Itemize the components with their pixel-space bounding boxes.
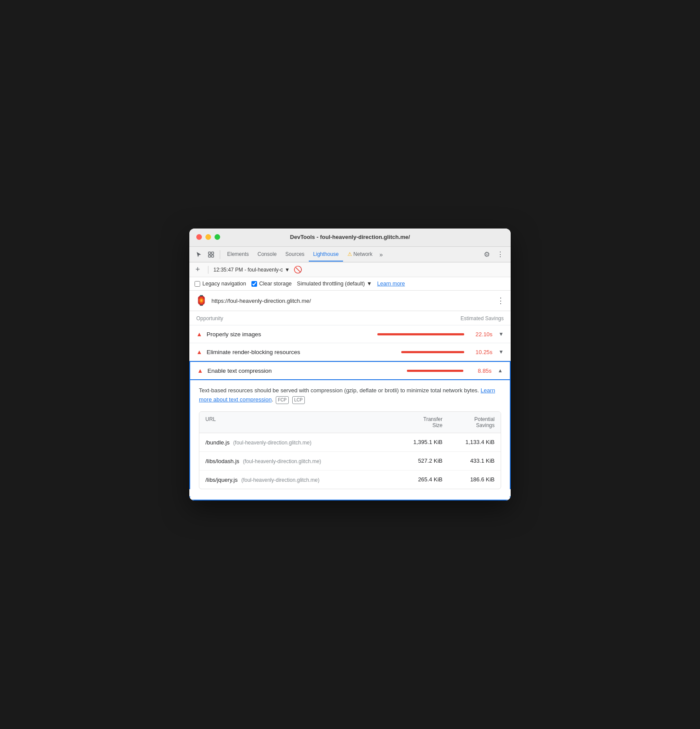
- tab-network[interactable]: ⚠Network: [343, 248, 377, 262]
- inspect-icon[interactable]: [205, 248, 217, 262]
- audit-title-2: Eliminate render-blocking resources: [207, 349, 397, 355]
- legacy-nav-input[interactable]: [195, 281, 200, 287]
- throttle-select[interactable]: Simulated throttling (default) ▼: [297, 281, 372, 287]
- devtools-window: DevTools - foul-heavenly-direction.glitc…: [189, 229, 511, 500]
- clear-storage-checkbox[interactable]: Clear storage: [251, 281, 292, 287]
- main-content: Opportunity Estimated Savings ▲ Properly…: [189, 311, 511, 500]
- warning-triangle-icon-2: ▲: [196, 348, 202, 355]
- audit-time-3: 8.85s: [468, 368, 492, 374]
- url-bar: 🏮 https://foul-heavenly-direction.glitch…: [189, 291, 511, 311]
- row-savings-2: 433.1 KiB: [442, 457, 495, 464]
- tab-console[interactable]: Console: [253, 248, 281, 262]
- table-row: /bundle.js (foul-heavenly-direction.glit…: [199, 433, 501, 452]
- fcp-badge: FCP: [276, 396, 289, 404]
- audit-title-3: Enable text compression: [208, 368, 403, 374]
- audit-bar-container-3: [407, 370, 463, 372]
- url-more-button[interactable]: ⋮: [497, 296, 505, 305]
- warning-triangle-icon: ▲: [196, 331, 202, 338]
- minimize-button[interactable]: [205, 234, 211, 240]
- audit-title-1: Properly size images: [207, 331, 373, 338]
- table-row: /libs/lodash.js (foul-heavenly-direction…: [199, 452, 501, 471]
- expanded-description: Text-based resources should be served wi…: [199, 386, 501, 404]
- url-display: https://foul-heavenly-direction.glitch.m…: [211, 298, 492, 304]
- row-savings-1: 1,133.4 KiB: [442, 439, 495, 445]
- chevron-down-icon-2: ▼: [499, 349, 504, 355]
- row-transfer-size-2: 527.2 KiB: [395, 457, 442, 464]
- audit-bar-3: [407, 370, 463, 372]
- tab-elements[interactable]: Elements: [223, 248, 253, 262]
- svg-rect-0: [208, 252, 211, 254]
- audit-row-properly-size-images[interactable]: ▲ Properly size images 22.10s ▼: [189, 325, 511, 343]
- expanded-bottom-border: [189, 496, 511, 500]
- audit-row-eliminate-render-blocking[interactable]: ▲ Eliminate render-blocking resources 10…: [189, 343, 511, 361]
- settings-button[interactable]: ⚙: [480, 247, 493, 262]
- row-url-1: /bundle.js (foul-heavenly-direction.glit…: [205, 438, 395, 446]
- options-bar: Legacy navigation Clear storage Simulate…: [189, 277, 511, 291]
- audit-bar-2: [401, 351, 464, 353]
- row-url-2: /libs/lodash.js (foul-heavenly-direction…: [205, 457, 395, 465]
- expanded-content: Text-based resources should be served wi…: [189, 380, 511, 489]
- table-row: /libs/jquery.js (foul-heavenly-direction…: [199, 471, 501, 489]
- legacy-nav-checkbox[interactable]: Legacy navigation: [195, 281, 246, 287]
- row-savings-3: 186.6 KiB: [442, 476, 495, 483]
- row-transfer-size-1: 1,395.1 KiB: [395, 439, 442, 445]
- opportunity-header: Opportunity Estimated Savings: [189, 311, 511, 325]
- tab-divider: [220, 250, 220, 259]
- svg-rect-1: [211, 252, 214, 254]
- window-title: DevTools - foul-heavenly-direction.glitc…: [290, 234, 410, 240]
- lighthouse-icon: 🏮: [195, 295, 207, 306]
- more-options-button[interactable]: ⋮: [493, 247, 507, 262]
- svg-rect-3: [211, 255, 214, 257]
- tab-sources[interactable]: Sources: [281, 248, 309, 262]
- cursor-icon[interactable]: [193, 248, 205, 262]
- svg-rect-2: [208, 255, 211, 257]
- opportunity-label: Opportunity: [196, 315, 223, 321]
- warning-triangle-icon-3: ▲: [197, 367, 203, 374]
- lcp-badge: LCP: [292, 396, 305, 404]
- title-bar: DevTools - foul-heavenly-direction.glitc…: [189, 229, 511, 247]
- audit-row-enable-text-compression[interactable]: ▲ Enable text compression 8.85s ▲: [189, 361, 511, 380]
- audit-bar-container-2: [401, 351, 464, 353]
- tab-lighthouse[interactable]: Lighthouse: [309, 248, 343, 262]
- col-header-url: URL: [205, 416, 395, 428]
- audit-bar-1: [377, 333, 464, 335]
- add-recording-button[interactable]: +: [193, 264, 203, 275]
- no-entry-icon[interactable]: 🚫: [294, 265, 302, 274]
- recording-select[interactable]: 12:35:47 PM - foul-heavenly-c ▼: [214, 267, 290, 273]
- clear-storage-input[interactable]: [251, 281, 257, 287]
- devtools-tabs: Elements Console Sources Lighthouse ⚠Net…: [189, 247, 511, 262]
- secondary-toolbar: + 12:35:47 PM - foul-heavenly-c ▼ 🚫: [189, 262, 511, 277]
- col-header-transfer-size: TransferSize: [395, 416, 442, 428]
- audit-time-1: 22.10s: [469, 331, 492, 338]
- more-tabs-button[interactable]: »: [377, 248, 386, 262]
- chevron-up-icon-3: ▲: [498, 368, 503, 374]
- audit-time-2: 10.25s: [469, 349, 492, 355]
- estimated-savings-label: Estimated Savings: [461, 315, 504, 321]
- audit-bar-container-1: [377, 333, 464, 335]
- table-header: URL TransferSize PotentialSavings: [199, 412, 501, 433]
- row-transfer-size-3: 265.4 KiB: [395, 476, 442, 483]
- row-url-3: /libs/jquery.js (foul-heavenly-direction…: [205, 476, 395, 484]
- warning-icon: ⚠: [347, 251, 352, 257]
- learn-more-link[interactable]: Learn more: [377, 281, 405, 287]
- window-controls: [196, 234, 220, 240]
- col-header-savings: PotentialSavings: [442, 416, 495, 428]
- maximize-button[interactable]: [215, 234, 220, 240]
- data-table: URL TransferSize PotentialSavings /bundl…: [199, 411, 501, 489]
- close-button[interactable]: [196, 234, 202, 240]
- chevron-down-icon-1: ▼: [499, 331, 504, 337]
- toolbar-separator: [208, 266, 208, 274]
